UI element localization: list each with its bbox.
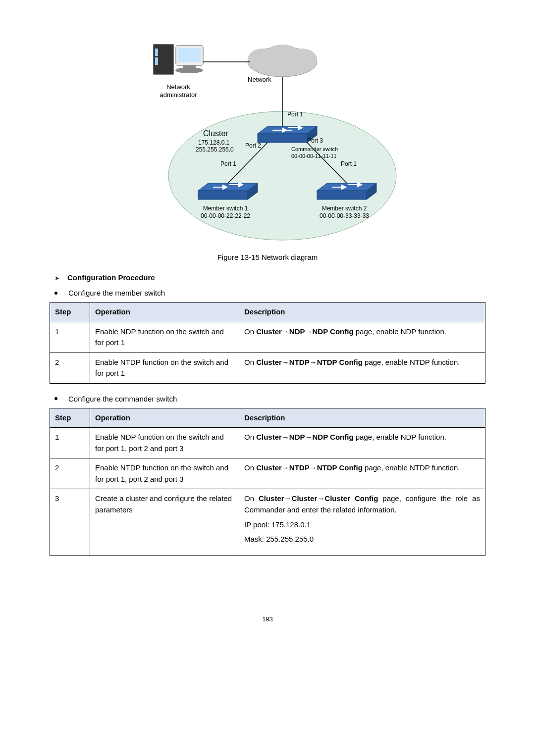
table-row: 2 Enable NTDP function on the switch and… [50,353,485,383]
commander-name: Commander switch [291,146,338,152]
desc-cell: On Cluster→Cluster→Cluster Config page, … [239,489,485,556]
table-row: 3 Create a cluster and configure the rel… [50,489,485,556]
commander-switch-table: Step Operation Description 1 Enable NDP … [50,408,485,556]
step-cell: 3 [50,489,90,556]
port2-label: Port 2 [245,142,261,149]
bullet-icon [54,292,57,295]
network-diagram: Network administrator Network Cluster 17… [134,40,401,244]
commander-mac: 00-00-00-11-11-11 [291,153,337,159]
admin-label-2: administrator [160,91,197,99]
desc-cell: On Cluster→NDP→NDP Config page, enable N… [239,322,485,353]
member2-mac: 00-00-00-33-33-33 [320,212,369,219]
svg-marker-24 [198,183,258,191]
cluster-ip: 175.128.0.1 [198,139,230,146]
pc-icon [154,45,203,74]
table-row: 2 Enable NTDP function on the switch and… [50,458,485,489]
th-step: Step [50,408,90,428]
bullet-commander: Configure the commander switch [68,395,177,403]
page-number: 193 [50,615,485,623]
step-cell: 1 [50,322,90,353]
port1-right: Port 1 [341,160,357,167]
svg-point-10 [265,45,300,64]
network-label: Network [248,76,271,83]
svg-rect-25 [198,191,248,200]
svg-rect-32 [317,191,367,200]
table-row: 1 Enable NDP function on the switch and … [50,428,485,458]
section-title: Configuration Procedure [67,273,155,282]
member-switch-2-icon [317,183,376,200]
th-description: Description [239,302,485,322]
port1-left: Port 1 [220,160,236,167]
member1-mac: 00-00-00-22-22-22 [201,212,250,219]
th-description: Description [239,408,485,428]
op-cell: Enable NTDP function on the switch and f… [90,353,239,383]
svg-rect-1 [155,49,158,56]
member1-name: Member switch 1 [203,205,248,212]
op-cell: Enable NDP function on the switch and fo… [90,322,239,353]
th-operation: Operation [90,302,239,322]
cloud-icon [248,45,317,77]
th-step: Step [50,302,90,322]
th-operation: Operation [90,408,239,428]
ip-pool-line: IP pool: 175.128.0.1 [244,519,480,531]
mask-line: Mask: 255.255.255.0 [244,534,480,545]
svg-rect-14 [258,134,307,143]
desc-cell: On Cluster→NTDP→NTDP Config page, enable… [239,458,485,489]
op-cell: Enable NDP function on the switch and fo… [90,428,239,458]
op-cell: Enable NTDP function on the switch and f… [90,458,239,489]
desc-cell: On Cluster→NTDP→NTDP Config page, enable… [239,353,485,383]
bullet-icon [54,397,57,400]
svg-point-6 [175,67,203,73]
cluster-mask: 255.255.255.0 [196,146,234,153]
port1-top: Port 1 [287,111,303,118]
step-cell: 1 [50,428,90,458]
svg-rect-2 [155,57,158,65]
member-switch-table: Step Operation Description 1 Enable NDP … [50,302,485,384]
svg-rect-4 [178,48,201,62]
desc-cell: On Cluster→NDP→NDP Config page, enable N… [239,428,485,458]
port3-label: Port 3 [307,137,323,144]
admin-label-1: Network [166,83,190,91]
step-cell: 2 [50,458,90,489]
op-cell: Create a cluster and configure the relat… [90,489,239,556]
svg-marker-31 [317,183,376,191]
member-switch-1-icon [198,183,258,200]
cluster-title: Cluster [203,129,228,138]
step-cell: 2 [50,353,90,383]
figure-caption: Figure 13-15 Network diagram [50,253,485,261]
bullet-member: Configure the member switch [68,289,165,297]
table-row: 1 Enable NDP function on the switch and … [50,322,485,353]
chevron-icon: ➤ [54,275,59,282]
member2-name: Member switch 2 [322,205,367,212]
